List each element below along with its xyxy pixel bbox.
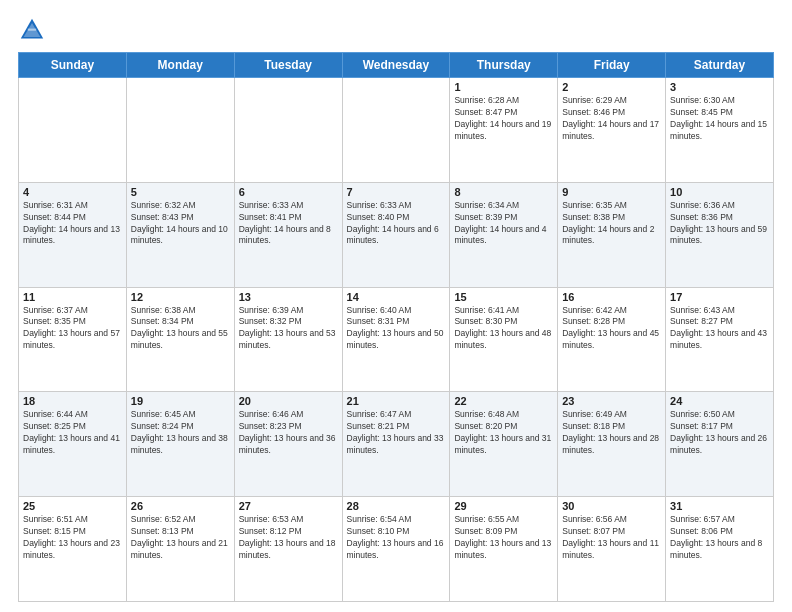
calendar-cell: 8Sunrise: 6:34 AM Sunset: 8:39 PM Daylig… bbox=[450, 182, 558, 287]
day-number: 28 bbox=[347, 500, 446, 512]
calendar-cell: 24Sunrise: 6:50 AM Sunset: 8:17 PM Dayli… bbox=[666, 392, 774, 497]
day-info: Sunrise: 6:57 AM Sunset: 8:06 PM Dayligh… bbox=[670, 514, 769, 562]
day-number: 24 bbox=[670, 395, 769, 407]
day-info: Sunrise: 6:38 AM Sunset: 8:34 PM Dayligh… bbox=[131, 305, 230, 353]
logo bbox=[18, 16, 50, 44]
day-number: 3 bbox=[670, 81, 769, 93]
day-number: 22 bbox=[454, 395, 553, 407]
calendar-cell: 30Sunrise: 6:56 AM Sunset: 8:07 PM Dayli… bbox=[558, 497, 666, 602]
day-info: Sunrise: 6:55 AM Sunset: 8:09 PM Dayligh… bbox=[454, 514, 553, 562]
calendar-cell: 23Sunrise: 6:49 AM Sunset: 8:18 PM Dayli… bbox=[558, 392, 666, 497]
weekday-tuesday: Tuesday bbox=[234, 53, 342, 78]
weekday-sunday: Sunday bbox=[19, 53, 127, 78]
day-info: Sunrise: 6:43 AM Sunset: 8:27 PM Dayligh… bbox=[670, 305, 769, 353]
day-info: Sunrise: 6:31 AM Sunset: 8:44 PM Dayligh… bbox=[23, 200, 122, 248]
weekday-saturday: Saturday bbox=[666, 53, 774, 78]
day-number: 19 bbox=[131, 395, 230, 407]
week-row-1: 1Sunrise: 6:28 AM Sunset: 8:47 PM Daylig… bbox=[19, 78, 774, 183]
day-number: 30 bbox=[562, 500, 661, 512]
day-number: 7 bbox=[347, 186, 446, 198]
day-number: 27 bbox=[239, 500, 338, 512]
weekday-monday: Monday bbox=[126, 53, 234, 78]
day-info: Sunrise: 6:35 AM Sunset: 8:38 PM Dayligh… bbox=[562, 200, 661, 248]
week-row-3: 11Sunrise: 6:37 AM Sunset: 8:35 PM Dayli… bbox=[19, 287, 774, 392]
day-info: Sunrise: 6:37 AM Sunset: 8:35 PM Dayligh… bbox=[23, 305, 122, 353]
day-info: Sunrise: 6:42 AM Sunset: 8:28 PM Dayligh… bbox=[562, 305, 661, 353]
calendar-cell: 28Sunrise: 6:54 AM Sunset: 8:10 PM Dayli… bbox=[342, 497, 450, 602]
calendar-cell: 4Sunrise: 6:31 AM Sunset: 8:44 PM Daylig… bbox=[19, 182, 127, 287]
day-info: Sunrise: 6:33 AM Sunset: 8:41 PM Dayligh… bbox=[239, 200, 338, 248]
day-info: Sunrise: 6:34 AM Sunset: 8:39 PM Dayligh… bbox=[454, 200, 553, 248]
day-info: Sunrise: 6:40 AM Sunset: 8:31 PM Dayligh… bbox=[347, 305, 446, 353]
week-row-2: 4Sunrise: 6:31 AM Sunset: 8:44 PM Daylig… bbox=[19, 182, 774, 287]
weekday-thursday: Thursday bbox=[450, 53, 558, 78]
day-info: Sunrise: 6:51 AM Sunset: 8:15 PM Dayligh… bbox=[23, 514, 122, 562]
day-number: 26 bbox=[131, 500, 230, 512]
day-info: Sunrise: 6:33 AM Sunset: 8:40 PM Dayligh… bbox=[347, 200, 446, 248]
day-info: Sunrise: 6:52 AM Sunset: 8:13 PM Dayligh… bbox=[131, 514, 230, 562]
day-number: 2 bbox=[562, 81, 661, 93]
calendar-cell: 22Sunrise: 6:48 AM Sunset: 8:20 PM Dayli… bbox=[450, 392, 558, 497]
calendar-cell: 2Sunrise: 6:29 AM Sunset: 8:46 PM Daylig… bbox=[558, 78, 666, 183]
page: SundayMondayTuesdayWednesdayThursdayFrid… bbox=[0, 0, 792, 612]
day-number: 21 bbox=[347, 395, 446, 407]
calendar-cell: 12Sunrise: 6:38 AM Sunset: 8:34 PM Dayli… bbox=[126, 287, 234, 392]
calendar-cell: 19Sunrise: 6:45 AM Sunset: 8:24 PM Dayli… bbox=[126, 392, 234, 497]
day-number: 4 bbox=[23, 186, 122, 198]
calendar-cell: 20Sunrise: 6:46 AM Sunset: 8:23 PM Dayli… bbox=[234, 392, 342, 497]
logo-icon bbox=[18, 16, 46, 44]
day-number: 17 bbox=[670, 291, 769, 303]
header bbox=[18, 16, 774, 44]
day-number: 20 bbox=[239, 395, 338, 407]
day-info: Sunrise: 6:32 AM Sunset: 8:43 PM Dayligh… bbox=[131, 200, 230, 248]
calendar-cell: 15Sunrise: 6:41 AM Sunset: 8:30 PM Dayli… bbox=[450, 287, 558, 392]
calendar-cell: 27Sunrise: 6:53 AM Sunset: 8:12 PM Dayli… bbox=[234, 497, 342, 602]
calendar-cell: 29Sunrise: 6:55 AM Sunset: 8:09 PM Dayli… bbox=[450, 497, 558, 602]
weekday-header-row: SundayMondayTuesdayWednesdayThursdayFrid… bbox=[19, 53, 774, 78]
day-number: 29 bbox=[454, 500, 553, 512]
day-number: 16 bbox=[562, 291, 661, 303]
day-number: 14 bbox=[347, 291, 446, 303]
calendar-cell: 31Sunrise: 6:57 AM Sunset: 8:06 PM Dayli… bbox=[666, 497, 774, 602]
calendar-cell: 3Sunrise: 6:30 AM Sunset: 8:45 PM Daylig… bbox=[666, 78, 774, 183]
day-info: Sunrise: 6:47 AM Sunset: 8:21 PM Dayligh… bbox=[347, 409, 446, 457]
day-info: Sunrise: 6:28 AM Sunset: 8:47 PM Dayligh… bbox=[454, 95, 553, 143]
calendar-cell: 26Sunrise: 6:52 AM Sunset: 8:13 PM Dayli… bbox=[126, 497, 234, 602]
day-number: 13 bbox=[239, 291, 338, 303]
day-number: 9 bbox=[562, 186, 661, 198]
calendar-cell: 14Sunrise: 6:40 AM Sunset: 8:31 PM Dayli… bbox=[342, 287, 450, 392]
calendar-cell: 21Sunrise: 6:47 AM Sunset: 8:21 PM Dayli… bbox=[342, 392, 450, 497]
day-number: 5 bbox=[131, 186, 230, 198]
calendar-cell: 9Sunrise: 6:35 AM Sunset: 8:38 PM Daylig… bbox=[558, 182, 666, 287]
day-info: Sunrise: 6:54 AM Sunset: 8:10 PM Dayligh… bbox=[347, 514, 446, 562]
calendar-cell bbox=[126, 78, 234, 183]
day-number: 18 bbox=[23, 395, 122, 407]
week-row-4: 18Sunrise: 6:44 AM Sunset: 8:25 PM Dayli… bbox=[19, 392, 774, 497]
day-number: 12 bbox=[131, 291, 230, 303]
day-info: Sunrise: 6:45 AM Sunset: 8:24 PM Dayligh… bbox=[131, 409, 230, 457]
day-info: Sunrise: 6:46 AM Sunset: 8:23 PM Dayligh… bbox=[239, 409, 338, 457]
day-info: Sunrise: 6:49 AM Sunset: 8:18 PM Dayligh… bbox=[562, 409, 661, 457]
weekday-friday: Friday bbox=[558, 53, 666, 78]
day-number: 15 bbox=[454, 291, 553, 303]
calendar-cell bbox=[19, 78, 127, 183]
day-info: Sunrise: 6:39 AM Sunset: 8:32 PM Dayligh… bbox=[239, 305, 338, 353]
day-number: 31 bbox=[670, 500, 769, 512]
calendar-cell: 16Sunrise: 6:42 AM Sunset: 8:28 PM Dayli… bbox=[558, 287, 666, 392]
day-info: Sunrise: 6:53 AM Sunset: 8:12 PM Dayligh… bbox=[239, 514, 338, 562]
calendar-cell: 7Sunrise: 6:33 AM Sunset: 8:40 PM Daylig… bbox=[342, 182, 450, 287]
day-info: Sunrise: 6:50 AM Sunset: 8:17 PM Dayligh… bbox=[670, 409, 769, 457]
day-info: Sunrise: 6:48 AM Sunset: 8:20 PM Dayligh… bbox=[454, 409, 553, 457]
day-number: 6 bbox=[239, 186, 338, 198]
day-info: Sunrise: 6:36 AM Sunset: 8:36 PM Dayligh… bbox=[670, 200, 769, 248]
calendar-cell: 25Sunrise: 6:51 AM Sunset: 8:15 PM Dayli… bbox=[19, 497, 127, 602]
weekday-wednesday: Wednesday bbox=[342, 53, 450, 78]
calendar-table: SundayMondayTuesdayWednesdayThursdayFrid… bbox=[18, 52, 774, 602]
calendar-cell bbox=[234, 78, 342, 183]
day-number: 23 bbox=[562, 395, 661, 407]
day-info: Sunrise: 6:30 AM Sunset: 8:45 PM Dayligh… bbox=[670, 95, 769, 143]
day-info: Sunrise: 6:29 AM Sunset: 8:46 PM Dayligh… bbox=[562, 95, 661, 143]
day-number: 10 bbox=[670, 186, 769, 198]
calendar-cell bbox=[342, 78, 450, 183]
day-number: 25 bbox=[23, 500, 122, 512]
